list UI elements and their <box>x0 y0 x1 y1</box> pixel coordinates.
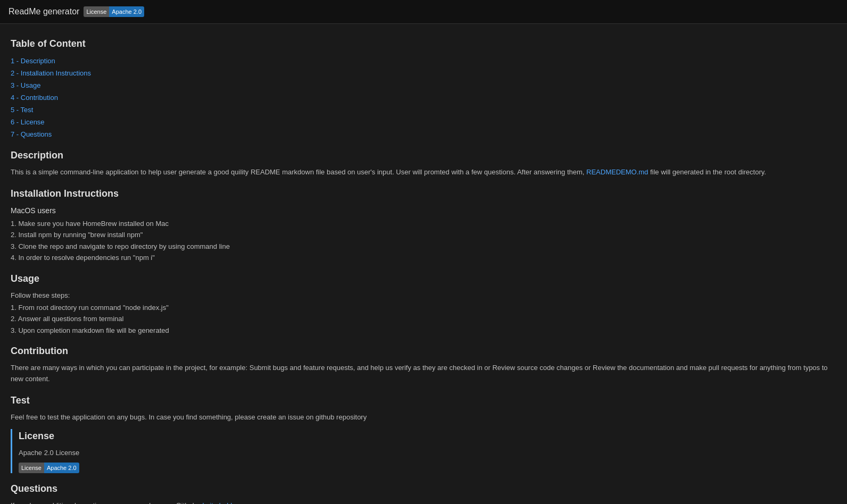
app-title: ReadMe generator <box>9 5 79 18</box>
description-text-before: This is a simple command-line applicatio… <box>11 168 586 176</box>
questions-text-before: If you have additional questions you can… <box>11 501 200 504</box>
usage-intro: Follow these steps: <box>11 290 836 301</box>
toc-link-usage[interactable]: 3 - Usage <box>11 81 40 89</box>
installation-title: Installation Instructions <box>11 187 836 201</box>
installation-section: Installation Instructions MacOS users 1.… <box>11 187 836 263</box>
contribution-section: Contribution There are many ways in whic… <box>11 344 836 385</box>
license-badge-label: License <box>19 463 44 474</box>
license-section: License Apache 2.0 License License Apach… <box>11 429 836 473</box>
main-content: Table of Content 1 - Description 2 - Ins… <box>0 24 847 504</box>
toc-item-1: 1 - Description <box>11 55 836 66</box>
description-section: Description This is a simple command-lin… <box>11 148 836 178</box>
github-link[interactable]: dmitrybalduev <box>200 501 243 504</box>
toc-item-5: 5 - Test <box>11 104 836 115</box>
toc-item-2: 2 - Installation Instructions <box>11 68 836 79</box>
installation-subtitle: MacOS users <box>11 205 836 216</box>
test-text: Feel free to test the application on any… <box>11 412 836 423</box>
contribution-title: Contribution <box>11 344 836 358</box>
license-title: License <box>19 429 836 443</box>
toc-link-questions[interactable]: 7 - Questions <box>11 130 52 138</box>
install-step-2: 2. Install npm by running "brew install … <box>11 230 836 240</box>
usage-step-3: 3. Upon completion markdown file will be… <box>11 325 836 336</box>
toc-item-6: 6 - License <box>11 116 836 128</box>
app-header: ReadMe generator License Apache 2.0 <box>0 0 847 24</box>
badge-value: Apache 2.0 <box>109 6 144 18</box>
toc-link-installation[interactable]: 2 - Installation Instructions <box>11 69 91 77</box>
license-badge: License Apache 2.0 <box>84 6 144 18</box>
badge-label: License <box>84 6 109 18</box>
description-title: Description <box>11 148 836 163</box>
test-title: Test <box>11 393 836 408</box>
usage-steps: 1. From root directory run command "node… <box>11 303 836 336</box>
install-step-3: 3. Clone the repo and navigate to repo d… <box>11 241 836 252</box>
toc-link-license[interactable]: 6 - License <box>11 118 45 126</box>
questions-section: Questions If you have additional questio… <box>11 482 836 504</box>
toc-link-contribution[interactable]: 4 - Contribution <box>11 94 58 102</box>
toc-title: Table of Content <box>11 37 836 51</box>
license-text: Apache 2.0 License <box>19 448 836 458</box>
toc-item-4: 4 - Contribution <box>11 92 836 103</box>
license-badge-section: License Apache 2.0 <box>19 463 836 474</box>
toc-item-3: 3 - Usage <box>11 80 836 91</box>
description-text-after: file will generated in the root director… <box>648 168 766 176</box>
toc-section: Table of Content 1 - Description 2 - Ins… <box>11 37 836 140</box>
usage-step-2: 2. Answer all questions from terminal <box>11 314 836 324</box>
readmedemo-link[interactable]: READMEDEMO.md <box>586 168 648 176</box>
usage-step-1: 1. From root directory run command "node… <box>11 303 836 313</box>
test-section: Test Feel free to test the application o… <box>11 393 836 423</box>
description-text: This is a simple command-line applicatio… <box>11 167 836 178</box>
questions-github-line: If you have additional questions you can… <box>11 500 836 504</box>
installation-steps: 1. Make sure you have HomeBrew installed… <box>11 219 836 263</box>
usage-title: Usage <box>11 272 836 286</box>
install-step-1: 1. Make sure you have HomeBrew installed… <box>11 219 836 229</box>
toc-list: 1 - Description 2 - Installation Instruc… <box>11 55 836 140</box>
questions-title: Questions <box>11 482 836 496</box>
toc-item-7: 7 - Questions <box>11 129 836 140</box>
toc-link-description[interactable]: 1 - Description <box>11 57 55 65</box>
toc-link-test[interactable]: 5 - Test <box>11 106 33 114</box>
contribution-text: There are many ways in which you can par… <box>11 363 836 385</box>
license-badge-value: Apache 2.0 <box>44 463 79 474</box>
usage-section: Usage Follow these steps: 1. From root d… <box>11 272 836 335</box>
install-step-4: 4. In order to resolve dependencies run … <box>11 253 836 263</box>
